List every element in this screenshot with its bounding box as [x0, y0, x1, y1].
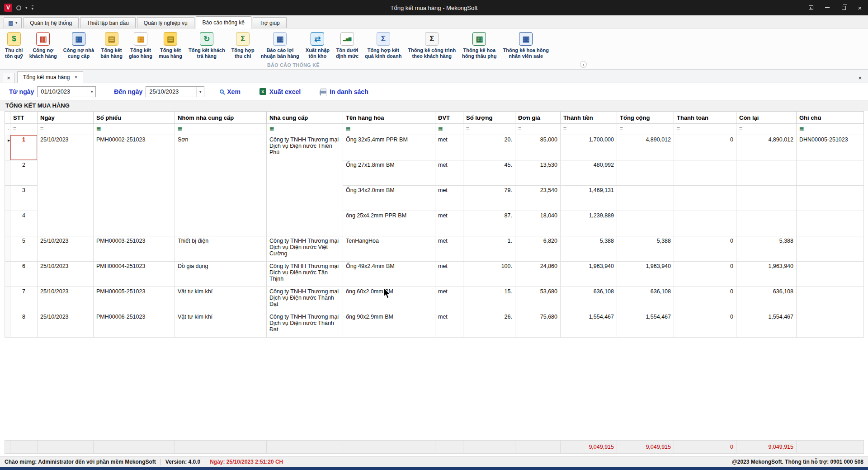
print-list-button[interactable]: In danh sách: [317, 87, 371, 97]
close-all-tabs-button[interactable]: ×: [3, 73, 14, 83]
ribbon-item-xuat-nhap-ton-kho[interactable]: ⇄Xuất nhập tồn kho: [302, 31, 333, 61]
cell-thanh_tien[interactable]: 636,108: [561, 287, 617, 312]
ribbon-item-tong-ket-mua-hang[interactable]: ▤Tổng kết mua hàng: [156, 31, 185, 61]
cell-don_gia[interactable]: 13,530: [515, 160, 561, 186]
cell-con_lai[interactable]: 1,554,467: [736, 312, 797, 338]
cell-so_luong[interactable]: 1.: [463, 236, 515, 262]
cell-ghi_chu[interactable]: [797, 312, 864, 338]
cell-don_gia[interactable]: 53,680: [515, 287, 561, 312]
cell-so_luong[interactable]: 100.: [463, 262, 515, 287]
cell-ghi_chu[interactable]: [797, 160, 864, 186]
cell-thanh_toan[interactable]: [674, 186, 736, 211]
cell-ngay[interactable]: 25/10/2023: [38, 312, 94, 338]
cell-con_lai[interactable]: 1,963,940: [736, 262, 797, 287]
filter-cell-tong_cong[interactable]: =: [617, 124, 674, 135]
close-document-button[interactable]: ×: [854, 75, 865, 81]
cell-so_phieu[interactable]: PMH00005-251023: [94, 287, 175, 312]
ribbon-item-thu-chi-ton-quy[interactable]: $Thu chi tồn quỹ: [2, 31, 26, 61]
filter-cell-thanh_tien[interactable]: =: [561, 124, 617, 135]
cell-so_luong[interactable]: 15.: [463, 287, 515, 312]
cell-thanh_toan[interactable]: [674, 160, 736, 186]
cell-ncc[interactable]: Công ty TNHH Thương mại Dịch vụ Điện nướ…: [267, 312, 343, 338]
cell-thanh_tien[interactable]: 1,700,000: [561, 135, 617, 160]
doc-tab-close-icon[interactable]: ×: [74, 74, 77, 80]
filter-cell-ghi_chu[interactable]: ▦: [797, 124, 864, 135]
ribbon-item-thong-ke-hoa-hong-thau-phu[interactable]: ▦Thống kê hoa hồng thầu phụ: [459, 31, 500, 61]
ribbon-item-cong-no-khach-hang[interactable]: ▥Công nợ khách hàng: [26, 31, 60, 61]
col-header-ten[interactable]: Tên hàng hóa: [343, 112, 435, 124]
cell-thanh_toan[interactable]: 0: [674, 287, 736, 312]
cell-ngay[interactable]: 25/10/2023: [38, 135, 94, 236]
cell-nhom[interactable]: Đồ gia dụng: [175, 262, 267, 287]
ribbon-item-cong-no-nha-cung-cap[interactable]: ▦Công nợ nhà cung cấp: [60, 31, 97, 61]
col-header-con_lai[interactable]: Còn lại: [736, 112, 797, 124]
cell-dvt[interactable]: met: [435, 135, 463, 160]
col-header-ncc[interactable]: Nhà cung cấp: [267, 112, 343, 124]
toolbar-customize-icon[interactable]: ▾: [32, 5, 34, 10]
cell-dvt[interactable]: met: [435, 236, 463, 262]
menu-tab-0[interactable]: Quản trị hệ thống: [23, 17, 79, 28]
close-button[interactable]: ×: [852, 0, 868, 15]
cell-dvt[interactable]: met: [435, 211, 463, 236]
cell-tong_cong[interactable]: [617, 160, 674, 186]
cell-don_gia[interactable]: 23,540: [515, 186, 561, 211]
cell-thanh_tien[interactable]: 480,992: [561, 160, 617, 186]
cell-stt[interactable]: 4: [10, 211, 38, 236]
cell-thanh_toan[interactable]: 0: [674, 135, 736, 160]
cell-tong_cong[interactable]: 4,890,012: [617, 135, 674, 160]
col-header-so_luong[interactable]: Số lượng: [463, 112, 515, 124]
cell-stt[interactable]: 8: [10, 312, 38, 338]
cell-thanh_toan[interactable]: 0: [674, 312, 736, 338]
cell-nhom[interactable]: Vật tư kim khí: [175, 312, 267, 338]
cell-don_gia[interactable]: 85,000: [515, 135, 561, 160]
cell-stt[interactable]: 7: [10, 287, 38, 312]
filter-cell-con_lai[interactable]: =: [736, 124, 797, 135]
cell-ngay[interactable]: 25/10/2023: [38, 287, 94, 312]
cell-con_lai[interactable]: [736, 186, 797, 211]
cell-so_phieu[interactable]: PMH00006-251023: [94, 312, 175, 338]
cell-ten[interactable]: Ống 49x2.4mm BM: [343, 262, 435, 287]
col-header-tong_cong[interactable]: Tổng cộng: [617, 112, 674, 124]
cell-don_gia[interactable]: 24,860: [515, 262, 561, 287]
cell-stt[interactable]: 3: [10, 186, 38, 211]
cell-nhom[interactable]: Thiết bị điện: [175, 236, 267, 262]
col-header-so_phieu[interactable]: Số phiếu: [94, 112, 175, 124]
cell-so_phieu[interactable]: PMH00004-251023: [94, 262, 175, 287]
cell-ten[interactable]: Ống 27x1.8mm BM: [343, 160, 435, 186]
app-menu-tab[interactable]: ▦ ▾: [4, 17, 22, 28]
cell-ncc[interactable]: Công ty TNHH Thương mại Dịch vụ Điện nướ…: [267, 287, 343, 312]
menu-tab-4[interactable]: Trợ giúp: [253, 17, 287, 28]
cell-tong_cong[interactable]: [617, 211, 674, 236]
cell-con_lai[interactable]: 5,388: [736, 236, 797, 262]
col-header-thanh_tien[interactable]: Thành tiền: [561, 112, 617, 124]
cell-ten[interactable]: Ống 34x2.0mm BM: [343, 186, 435, 211]
col-header-dvt[interactable]: ĐVT: [435, 112, 463, 124]
cell-ngay[interactable]: 25/10/2023: [38, 236, 94, 262]
cell-tong_cong[interactable]: [617, 186, 674, 211]
ribbon-item-thong-ke-cong-trinh-theo-khach-hang[interactable]: ΣThống kê công trình theo khách hàng: [405, 31, 459, 61]
ribbon-item-thong-ke-hoa-hong-nhan-vien-sale[interactable]: ▦Thống kê hoa hồng nhân viên sale: [500, 31, 552, 61]
cell-so_luong[interactable]: 20.: [463, 135, 515, 160]
cell-tong_cong[interactable]: 5,388: [617, 236, 674, 262]
cell-ghi_chu[interactable]: [797, 211, 864, 236]
cell-so_luong[interactable]: 45.: [463, 160, 515, 186]
fullscreen-button[interactable]: [803, 0, 819, 15]
cell-ngay[interactable]: 25/10/2023: [38, 262, 94, 287]
col-header-ngay[interactable]: Ngày: [38, 112, 94, 124]
cell-thanh_tien[interactable]: 1,963,940: [561, 262, 617, 287]
cell-tong_cong[interactable]: 1,554,467: [617, 312, 674, 338]
restore-button[interactable]: [835, 0, 852, 15]
ribbon-item-tong-hop-ket-qua-kinh-doanh[interactable]: ΣTổng hợp kết quả kinh doanh: [362, 31, 405, 61]
cell-thanh_toan[interactable]: [674, 211, 736, 236]
filter-cell-ten[interactable]: ▦: [343, 124, 435, 135]
cell-con_lai[interactable]: 636,108: [736, 287, 797, 312]
cell-ten[interactable]: ống 90x2.9mm BM: [343, 312, 435, 338]
filter-cell-so_luong[interactable]: =: [463, 124, 515, 135]
col-header-nhom[interactable]: Nhóm nhà cung cấp: [175, 112, 267, 124]
cell-dvt[interactable]: met: [435, 262, 463, 287]
cell-thanh_tien[interactable]: 5,388: [561, 236, 617, 262]
ribbon-item-tong-ket-giao-hang[interactable]: ▦Tổng kết giao hàng: [126, 31, 156, 61]
ribbon-item-ton-duoi-dinh-muc[interactable]: ▂▅▇Tồn dưới định mức: [333, 31, 362, 61]
quick-access-icon[interactable]: [16, 5, 21, 10]
cell-dvt[interactable]: met: [435, 160, 463, 186]
